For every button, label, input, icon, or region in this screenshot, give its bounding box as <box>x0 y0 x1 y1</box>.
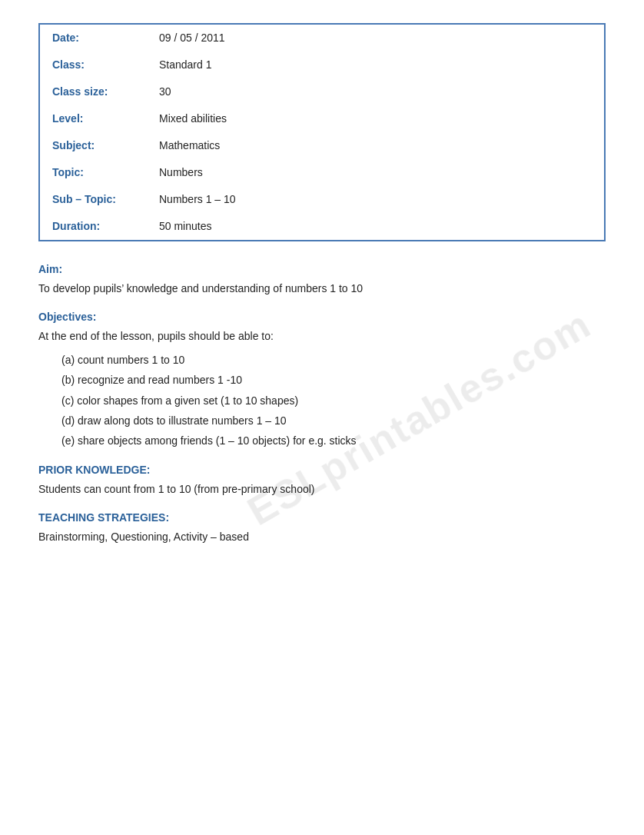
table-value: Numbers <box>147 159 605 186</box>
table-value: 09 / 05 / 2011 <box>147 24 605 52</box>
table-label: Class: <box>39 52 147 78</box>
list-item: (d) draw along dots to illustrate number… <box>61 412 606 429</box>
teaching-strategies-text: Brainstorming, Questioning, Activity – b… <box>38 528 606 545</box>
table-row: Topic:Numbers <box>39 159 605 186</box>
teaching-strategies-heading: TEACHING STRATEGIES: <box>38 511 606 524</box>
table-value: 50 minutes <box>147 213 605 241</box>
table-value: 30 <box>147 78 605 105</box>
aim-text: To develop pupils’ knowledge and underst… <box>38 280 606 297</box>
aim-heading: Aim: <box>38 263 606 275</box>
prior-knowledge-text: Students can count from 1 to 10 (from pr… <box>38 481 606 497</box>
table-row: Sub – Topic:Numbers 1 – 10 <box>39 186 605 213</box>
table-label: Level: <box>39 105 147 132</box>
table-row: Date:09 / 05 / 2011 <box>39 24 605 52</box>
objectives-intro: At the end of the lesson, pupils should … <box>38 328 606 344</box>
list-item: (b) recognize and read numbers 1 -10 <box>61 371 606 388</box>
table-label: Sub – Topic: <box>39 186 147 213</box>
table-value: Numbers 1 – 10 <box>147 186 605 213</box>
table-value: Standard 1 <box>147 52 605 78</box>
prior-knowledge-section: PRIOR KNOWLEDGE: Students can count from… <box>38 464 606 497</box>
table-value: Mixed abilities <box>147 105 605 132</box>
info-table: Date:09 / 05 / 2011Class:Standard 1Class… <box>38 23 606 241</box>
table-row: Class:Standard 1 <box>39 52 605 78</box>
table-label: Subject: <box>39 132 147 159</box>
table-row: Duration:50 minutes <box>39 213 605 241</box>
objectives-heading: Objectives: <box>38 311 606 323</box>
list-item: (c) color shapes from a given set (1 to … <box>61 392 606 409</box>
list-item: (a) count numbers 1 to 10 <box>61 351 606 368</box>
teaching-strategies-section: TEACHING STRATEGIES: Brainstorming, Ques… <box>38 511 606 545</box>
objectives-section: Objectives: At the end of the lesson, pu… <box>38 311 606 449</box>
table-label: Date: <box>39 24 147 52</box>
table-label: Topic: <box>39 159 147 186</box>
objectives-list: (a) count numbers 1 to 10(b) recognize a… <box>61 351 606 450</box>
table-value: Mathematics <box>147 132 605 159</box>
table-label: Duration: <box>39 213 147 241</box>
table-label: Class size: <box>39 78 147 105</box>
list-item: (e) share objects among friends (1 – 10 … <box>61 432 606 449</box>
prior-knowledge-heading: PRIOR KNOWLEDGE: <box>38 464 606 476</box>
table-row: Subject:Mathematics <box>39 132 605 159</box>
table-row: Class size:30 <box>39 78 605 105</box>
table-row: Level:Mixed abilities <box>39 105 605 132</box>
aim-section: Aim: To develop pupils’ knowledge and un… <box>38 263 606 297</box>
